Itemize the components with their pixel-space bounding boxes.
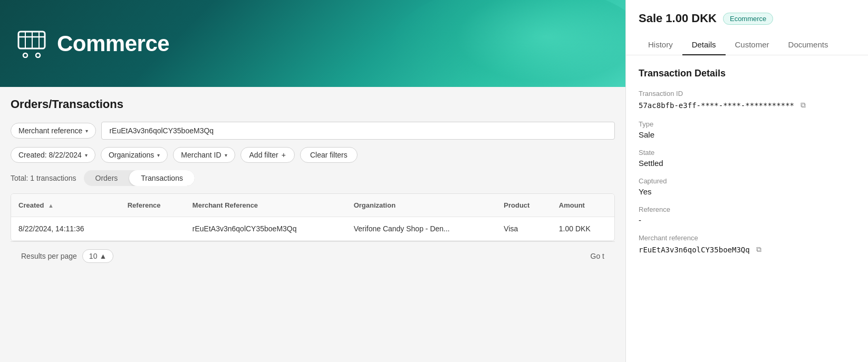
detail-transaction-id: Transaction ID 57ac8bfb-e3ff-****-****-*… [639,90,855,111]
view-tabs: Orders Transactions [84,170,195,186]
svg-point-1 [23,53,27,57]
cell-created: 8/22/2024, 14:11:36 [11,217,120,241]
detail-type: Type Sale [639,120,855,139]
clear-filters-label: Clear filters [310,151,348,159]
page-title: Orders/Transactions [11,97,615,111]
type-value: Sale [639,130,855,139]
left-panel: Commerce Orders/Transactions Merchant re… [0,0,625,362]
cart-icon [16,29,47,58]
plus-icon: + [282,151,286,159]
chevron-down-icon-2: ▾ [85,152,88,158]
go-to-text: Go t [591,252,604,260]
captured-label: Captured [639,177,855,185]
tab-orders[interactable]: Orders [84,170,130,186]
copy-transaction-id-button[interactable]: ⧉ [798,100,808,111]
add-filter-button[interactable]: Add filter + [240,147,295,163]
merchant-reference-input[interactable] [101,122,615,140]
filter-row-1: Merchant reference ▾ [11,122,615,140]
right-panel-header: Sale 1.00 DKK Ecommerce History Details … [626,0,868,55]
transaction-id-label: Transaction ID [639,90,855,97]
right-panel-content: Transaction Details Transaction ID 57ac8… [626,55,868,362]
app-title: Commerce [57,31,169,56]
sort-arrow-icon: ▲ [48,202,54,209]
reference-label: Reference [639,206,855,213]
nav-history[interactable]: History [639,35,682,55]
merchant-reference-value-row: rEuEtA3v3n6qolCY35boeM3Qq ⧉ [639,244,855,255]
organizations-label: Organizations [109,151,154,159]
table-header-row: Created ▲ Reference Merchant Reference O… [11,194,614,217]
chevron-down-icon-4: ▾ [225,152,227,158]
cell-merchant-reference: rEuEtA3v3n6qolCY35boeM3Qq [185,217,346,241]
state-label: State [639,149,855,156]
copy-merchant-reference-button[interactable]: ⧉ [754,244,764,255]
chevron-down-icon-3: ▾ [157,152,160,158]
total-transactions-text: Total: 1 transactions [11,174,76,182]
detail-merchant-reference: Merchant reference rEuEtA3v3n6qolCY35boe… [639,234,855,255]
transaction-title: Sale 1.00 DKK [639,12,717,25]
per-page-value: 10 [89,252,98,260]
col-created[interactable]: Created ▲ [11,194,120,217]
cell-reference [120,217,185,241]
header-banner: Commerce [0,0,625,87]
merchant-id-label: Merchant ID [181,151,221,159]
created-date-dropdown[interactable]: Created: 8/22/2024 ▾ [11,147,95,163]
transaction-details-title: Transaction Details [639,68,855,79]
results-per-page-label: Results per page [21,252,77,260]
main-content: Orders/Transactions Merchant reference ▾… [0,87,625,362]
merchant-reference-detail-label: Merchant reference [639,234,855,242]
detail-reference: Reference - [639,206,855,224]
transactions-table: Created ▲ Reference Merchant Reference O… [11,193,615,241]
add-filter-label: Add filter [249,151,278,159]
cell-product: Visa [496,217,552,241]
table-footer: Results per page 10 ▲ Go t [11,241,615,270]
cell-organization: Verifone Candy Shop - Den... [346,217,497,241]
detail-state: State Settled [639,149,855,168]
nav-documents[interactable]: Documents [779,35,838,55]
type-label: Type [639,120,855,128]
reference-value: - [639,216,855,224]
total-tabs-row: Total: 1 transactions Orders Transaction… [11,170,615,186]
col-reference: Reference [120,194,185,217]
state-value: Settled [639,159,855,168]
results-per-page: Results per page 10 ▲ [21,249,113,263]
col-organization: Organization [346,194,497,217]
nav-customer[interactable]: Customer [726,35,779,55]
merchant-reference-dropdown[interactable]: Merchant reference ▾ [11,123,96,139]
header-logo: Commerce [16,29,169,58]
right-panel: Sale 1.00 DKK Ecommerce History Details … [625,0,868,362]
merchant-reference-detail-value: rEuEtA3v3n6qolCY35boeM3Qq [639,246,750,254]
right-title-row: Sale 1.00 DKK Ecommerce [639,12,855,25]
cell-amount: 1.00 DKK [552,217,614,241]
col-product: Product [496,194,552,217]
svg-point-2 [36,53,40,57]
transaction-id-value-row: 57ac8bfb-e3ff-****-****-*********** ⧉ [639,100,855,111]
chevron-up-icon: ▲ [99,252,107,260]
nav-details[interactable]: Details [682,35,726,55]
created-date-label: Created: 8/22/2024 [18,151,82,159]
detail-captured: Captured Yes [639,177,855,196]
transaction-id-value: 57ac8bfb-e3ff-****-****-*********** [639,101,794,110]
captured-value: Yes [639,187,855,196]
merchant-reference-label: Merchant reference [18,126,82,135]
organizations-dropdown[interactable]: Organizations ▾ [101,147,168,163]
merchant-id-dropdown[interactable]: Merchant ID ▾ [173,147,235,163]
tab-transactions[interactable]: Transactions [129,170,195,186]
col-merchant-reference: Merchant Reference [185,194,346,217]
chevron-down-icon: ▾ [85,128,88,134]
clear-filters-button[interactable]: Clear filters [300,147,358,163]
col-amount: Amount [552,194,614,217]
ecommerce-badge: Ecommerce [723,13,773,25]
table-row[interactable]: 8/22/2024, 14:11:36 rEuEtA3v3n6qolCY35bo… [11,217,614,241]
right-nav: History Details Customer Documents [639,35,855,55]
per-page-select[interactable]: 10 ▲ [82,249,113,263]
filter-row-2: Created: 8/22/2024 ▾ Organizations ▾ Mer… [11,147,615,163]
